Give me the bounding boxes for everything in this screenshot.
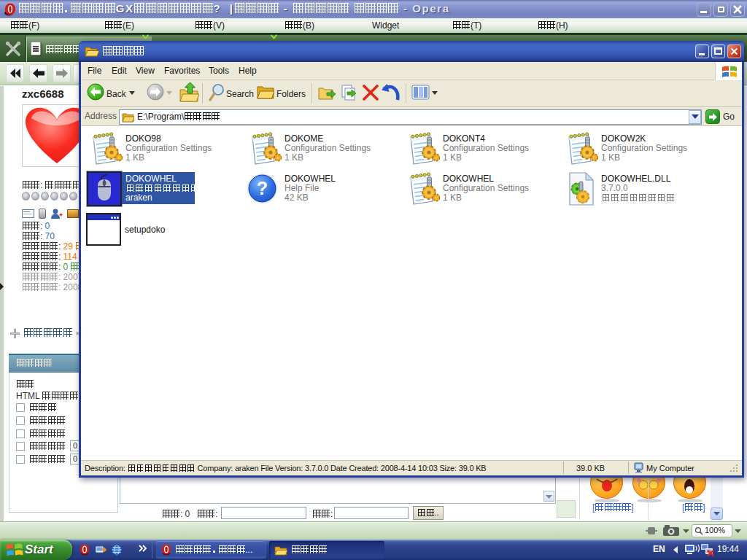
svg-text:?: ? <box>257 178 268 198</box>
